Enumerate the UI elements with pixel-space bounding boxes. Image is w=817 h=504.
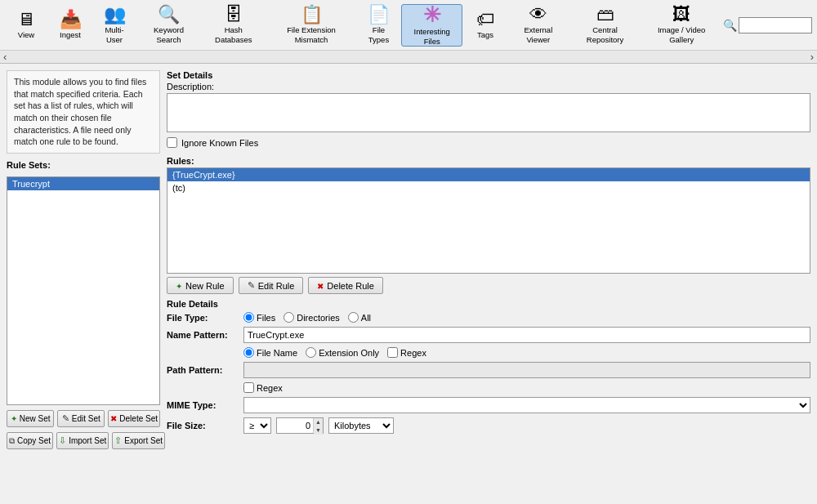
rule-details-title: Rule Details [167, 299, 810, 309]
rules-list[interactable]: {TrueCrypt.exe} (tc) [167, 167, 810, 274]
path-pattern-row: Path Pattern: [167, 362, 810, 378]
nav-right-arrow[interactable]: › [810, 51, 814, 63]
delete-rule-icon [317, 281, 324, 291]
toolbar-tags[interactable]: 🏷 Tags [464, 4, 507, 47]
delete-set-icon [110, 414, 117, 423]
toolbar-interesting-files[interactable]: ✳ Interesting Files [401, 4, 462, 47]
spinner-up-button[interactable]: ▲ [314, 418, 323, 426]
toolbar-ingest[interactable]: 📥 Ingest [49, 4, 92, 47]
edit-rule-icon [248, 280, 255, 291]
toolbar: 🖥 View 📥 Ingest 👥 Multi-User 🔍 Keyword S… [0, 0, 817, 51]
file-size-operator-select[interactable]: ≥ [243, 417, 271, 434]
copy-set-button[interactable]: Copy Set [7, 432, 53, 449]
main-content: This module allows you to find files tha… [0, 64, 817, 504]
import-set-button[interactable]: Import Set [56, 432, 109, 449]
info-text: This module allows you to find files tha… [14, 77, 146, 146]
delete-set-button[interactable]: Delete Set [108, 410, 160, 427]
toolbar-view[interactable]: 🖥 View [5, 4, 47, 47]
toolbar-keyword-search-label: Keyword Search [141, 25, 196, 44]
file-type-all[interactable]: All [348, 312, 371, 323]
toolbar-external-viewer[interactable]: 👁 External Viewer [508, 4, 569, 47]
right-panel: Set Details Description: Ignore Known Fi… [167, 70, 810, 497]
view-icon: 🖥 [17, 11, 35, 29]
new-rule-icon [176, 281, 182, 291]
path-regex-checkbox[interactable] [243, 382, 254, 393]
name-pattern-options-row: File Name Extension Only Regex [243, 347, 810, 358]
toolbar-ingest-label: Ingest [60, 30, 81, 39]
toolbar-multi-user[interactable]: 👥 Multi-User [93, 4, 136, 47]
nav-scroll: ‹ › [0, 51, 817, 64]
file-size-spinner[interactable]: ▲ ▼ [276, 417, 324, 434]
rule-sets-item[interactable]: Truecrypt [7, 177, 159, 190]
rule-sets-list[interactable]: Truecrypt [7, 176, 160, 405]
file-type-files-radio[interactable] [243, 312, 254, 323]
name-pattern-extension[interactable]: Extension Only [306, 347, 379, 358]
path-pattern-input[interactable] [243, 362, 810, 378]
ignore-known-files-checkbox[interactable] [167, 137, 177, 148]
name-pattern-regex[interactable]: Regex [387, 347, 426, 358]
rules-item-1[interactable]: (tc) [167, 181, 810, 194]
name-pattern-regex-checkbox[interactable] [387, 347, 398, 358]
new-rule-button[interactable]: New Rule [167, 277, 234, 294]
nav-left-arrow[interactable]: ‹ [3, 51, 7, 63]
toolbar-file-types[interactable]: 📄 File Types [357, 4, 400, 47]
external-viewer-icon: 👁 [529, 6, 547, 24]
file-type-label: File Type: [167, 313, 239, 323]
toolbar-keyword-search[interactable]: 🔍 Keyword Search [137, 4, 200, 47]
export-set-icon [114, 435, 122, 446]
mime-type-label: MIME Type: [167, 400, 239, 410]
file-type-all-radio[interactable] [348, 312, 359, 323]
central-repository-icon: 🗃 [596, 6, 614, 24]
ingest-icon: 📥 [60, 11, 82, 29]
toolbar-hash-databases-label: Hash Databases [206, 25, 261, 44]
name-pattern-filename-radio[interactable] [243, 347, 254, 358]
spinner-arrows: ▲ ▼ [313, 418, 323, 433]
spinner-down-button[interactable]: ▼ [314, 426, 323, 435]
file-size-unit-select[interactable]: Kilobytes Megabytes Gigabytes [328, 417, 394, 434]
toolbar-view-label: View [18, 30, 34, 39]
toolbar-interesting-files-label: Interesting Files [405, 27, 458, 46]
edit-rule-button[interactable]: Edit Rule [239, 277, 304, 294]
name-pattern-input[interactable] [243, 327, 810, 343]
multi-user-icon: 👥 [104, 6, 126, 24]
file-type-directories[interactable]: Directories [283, 312, 340, 323]
mime-type-select[interactable] [243, 397, 810, 413]
toolbar-image-video[interactable]: 🖼 Image / Video Gallery [641, 4, 721, 47]
rules-item-0[interactable]: {TrueCrypt.exe} [167, 168, 810, 181]
rule-sets-label: Rule Sets: [7, 160, 160, 170]
name-pattern-filename[interactable]: File Name [243, 347, 297, 358]
toolbar-search-area: 🔍 [723, 17, 812, 33]
toolbar-file-extension[interactable]: 📋 File Extension Mismatch [267, 4, 356, 47]
hash-databases-icon: 🗄 [225, 6, 243, 24]
toolbar-tags-label: Tags [477, 30, 493, 39]
file-size-value-input[interactable] [277, 419, 313, 432]
edit-set-icon [62, 413, 69, 424]
ignore-known-files-label: Ignore Known Files [181, 138, 258, 148]
name-pattern-label: Name Pattern: [167, 330, 239, 340]
toolbar-central-repository-label: Central Repository [574, 25, 636, 44]
toolbar-file-extension-label: File Extension Mismatch [271, 25, 352, 44]
rule-details: Rule Details File Type: Files Directorie… [167, 299, 810, 438]
edit-set-button[interactable]: Edit Set [57, 410, 105, 427]
path-pattern-label: Path Pattern: [167, 365, 239, 375]
file-extension-icon: 📋 [301, 6, 323, 24]
left-panel: This module allows you to find files tha… [7, 70, 160, 497]
file-type-files[interactable]: Files [243, 312, 275, 323]
search-input[interactable] [739, 17, 812, 33]
new-set-button[interactable]: New Set [7, 410, 54, 427]
toolbar-hash-databases[interactable]: 🗄 Hash Databases [202, 4, 266, 47]
delete-rule-button[interactable]: Delete Rule [308, 277, 382, 294]
file-size-label: File Size: [167, 421, 239, 430]
set-details-title: Set Details [167, 70, 810, 80]
file-size-row: File Size: ≥ ▲ ▼ Kilobytes Megabytes Gig… [167, 417, 810, 434]
file-type-radio-group: Files Directories All [243, 312, 371, 323]
file-type-directories-radio[interactable] [283, 312, 294, 323]
info-box: This module allows you to find files tha… [7, 70, 160, 154]
export-set-button[interactable]: Export Set [112, 432, 165, 449]
path-regex-label[interactable]: Regex [243, 382, 283, 393]
interesting-files-icon: ✳ [423, 4, 441, 25]
description-textarea[interactable] [167, 93, 810, 132]
toolbar-central-repository[interactable]: 🗃 Central Repository [570, 4, 641, 47]
name-pattern-extension-radio[interactable] [306, 347, 316, 358]
file-type-row: File Type: Files Directories All [167, 312, 810, 323]
